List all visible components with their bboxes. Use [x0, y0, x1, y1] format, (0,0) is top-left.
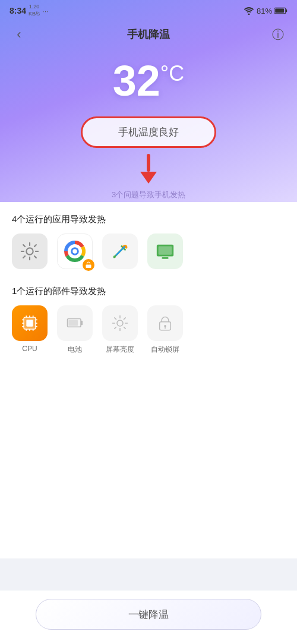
cpu-icon-box — [12, 305, 48, 341]
svg-point-8 — [72, 249, 77, 254]
svg-rect-3 — [275, 8, 284, 12]
chrome-icon — [64, 241, 86, 262]
network-speed: 1.20 KB/s — [29, 4, 40, 17]
brightness-label: 屏幕亮度 — [106, 345, 134, 355]
cpu-label: CPU — [22, 345, 37, 353]
battery-icon-box — [57, 305, 93, 341]
autolock-label: 自动锁屏 — [151, 345, 179, 355]
lock-badge-icon — [85, 261, 92, 269]
section1-title: 4个运行的应用导致发热 — [12, 214, 285, 225]
status-wrapper: 手机温度良好 — [0, 116, 297, 148]
back-button[interactable]: ‹ — [10, 27, 29, 42]
autolock-icon-box — [147, 305, 183, 341]
bottom-bar: 一键降温 — [0, 591, 297, 644]
cpu-icon — [20, 313, 40, 333]
brightness-icon — [111, 314, 129, 332]
status-icons: 81% — [244, 7, 287, 15]
wifi-icon — [244, 7, 254, 15]
chrome-app-icon[interactable] — [57, 233, 93, 269]
svg-line-39 — [124, 318, 126, 320]
svg-rect-16 — [26, 320, 33, 326]
app-icons-row — [12, 233, 285, 269]
battery-percent: 81% — [257, 7, 272, 15]
svg-rect-9 — [86, 265, 91, 269]
section2-title: 1个运行的部件导致发热 — [12, 286, 285, 297]
autolock-component[interactable]: 自动锁屏 — [147, 305, 183, 355]
component-icons-row: CPU 电池 — [12, 305, 285, 355]
svg-line-40 — [115, 327, 116, 329]
screen-app-icon[interactable] — [147, 233, 183, 269]
tools-icon — [110, 241, 130, 261]
status-dots: ··· — [42, 7, 49, 15]
temperature-display: 32°C — [0, 59, 297, 102]
status-button[interactable]: 手机温度良好 — [81, 116, 216, 148]
svg-point-4 — [26, 248, 33, 254]
svg-rect-2 — [286, 10, 287, 12]
svg-rect-13 — [159, 247, 172, 255]
arrow-head — [140, 172, 157, 184]
battery-icon — [274, 7, 287, 14]
page-title: 手机降温 — [127, 27, 170, 42]
lock-badge — [83, 259, 94, 271]
brightness-icon-box — [102, 305, 138, 341]
battery-label: 电池 — [68, 345, 82, 355]
info-button[interactable]: ⓘ — [268, 27, 287, 43]
battery-component[interactable]: 电池 — [57, 305, 93, 355]
tools-app-icon[interactable] — [102, 233, 138, 269]
svg-rect-14 — [162, 257, 168, 259]
settings-icon — [20, 241, 40, 261]
svg-line-38 — [124, 327, 126, 329]
svg-point-0 — [248, 14, 249, 15]
autolock-icon — [157, 315, 173, 332]
status-bar: 8:34 1.20 KB/s ··· 81% — [0, 0, 297, 21]
content-area: 4个运行的应用导致发热 — [0, 202, 297, 558]
header-area: ‹ 手机降温 ⓘ 32°C 手机温度良好 3个问题导致手机发热 — [0, 0, 297, 202]
svg-rect-30 — [81, 321, 83, 326]
cpu-component[interactable]: CPU — [12, 305, 48, 355]
svg-rect-31 — [68, 320, 78, 326]
svg-point-32 — [117, 320, 123, 326]
temperature-value: 32°C — [113, 57, 185, 105]
screen-icon — [155, 241, 175, 261]
status-time: 8:34 — [10, 6, 26, 15]
arrow-shaft — [147, 154, 150, 172]
arrow-annotation — [140, 154, 157, 184]
svg-line-37 — [115, 318, 116, 320]
battery-component-icon — [66, 314, 84, 332]
cool-button[interactable]: 一键降温 — [36, 599, 261, 630]
settings-app-icon[interactable] — [12, 233, 48, 269]
brightness-component[interactable]: 屏幕亮度 — [102, 305, 138, 355]
subtitle-text: 3个问题导致手机发热 — [0, 190, 297, 200]
